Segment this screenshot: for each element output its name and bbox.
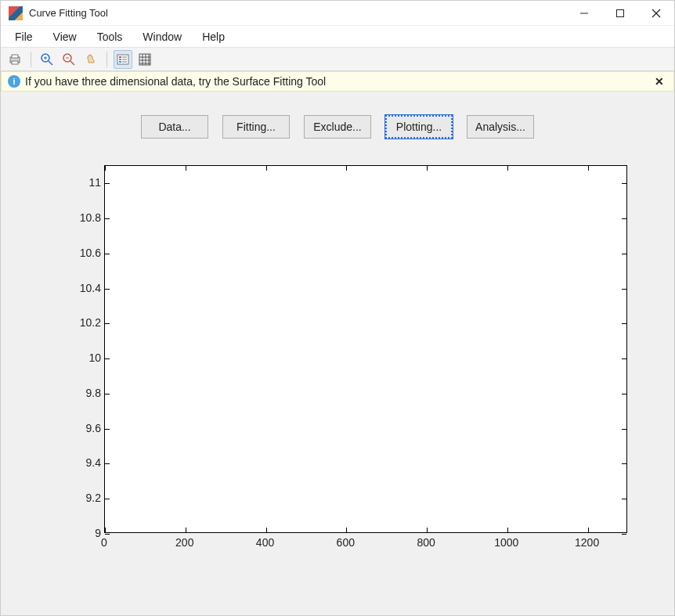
menu-bar: File View Tools Window Help — [1, 26, 674, 48]
exclude-button[interactable]: Exclude... — [304, 115, 371, 139]
fitting-button[interactable]: Fitting... — [222, 115, 290, 139]
plot-axes[interactable]: 99.29.49.69.81010.210.410.610.8110200400… — [40, 157, 635, 564]
svg-rect-5 — [12, 55, 18, 58]
svg-rect-6 — [12, 61, 18, 64]
content-area: Data... Fitting... Exclude... Plotting..… — [1, 92, 674, 615]
x-tick-label: 1200 — [575, 536, 599, 549]
y-tick-label: 9.6 — [62, 422, 101, 434]
y-tick-label: 11 — [62, 176, 101, 189]
y-tick-label: 9 — [62, 527, 101, 539]
x-tick-label: 400 — [256, 536, 274, 549]
svg-rect-17 — [119, 61, 121, 63]
x-tick-label: 0 — [101, 536, 107, 549]
svg-line-8 — [49, 61, 52, 65]
menu-window[interactable]: Window — [133, 27, 191, 46]
info-banner-close-button[interactable]: ✕ — [652, 75, 667, 88]
svg-rect-1 — [617, 9, 624, 16]
data-button[interactable]: Data... — [141, 115, 208, 139]
x-tick-label: 600 — [337, 536, 355, 549]
info-banner-text: If you have three dimensional data, try … — [25, 75, 326, 88]
svg-line-12 — [70, 61, 74, 65]
action-button-row: Data... Fitting... Exclude... Plotting..… — [1, 92, 674, 157]
y-tick-label: 9.4 — [62, 456, 101, 469]
toolbar-separator — [106, 52, 107, 67]
svg-rect-16 — [119, 59, 121, 60]
y-tick-label: 10.8 — [62, 211, 101, 224]
y-tick-label: 9.8 — [62, 387, 101, 399]
toolbar — [1, 48, 674, 71]
y-tick-label: 10.2 — [62, 316, 101, 329]
pan-button[interactable] — [81, 50, 100, 69]
analysis-button[interactable]: Analysis... — [467, 115, 534, 139]
menu-tools[interactable]: Tools — [88, 27, 132, 46]
info-icon: i — [8, 75, 20, 88]
y-tick-label: 10.6 — [62, 247, 101, 259]
minimize-button[interactable] — [566, 1, 602, 25]
legend-toggle-button[interactable] — [114, 50, 132, 69]
menu-file[interactable]: File — [5, 27, 42, 46]
maximize-button[interactable] — [602, 1, 638, 25]
toolbar-separator — [31, 52, 31, 67]
x-tick-label: 800 — [417, 536, 435, 549]
zoom-in-button[interactable] — [38, 50, 56, 69]
print-button[interactable] — [5, 50, 24, 69]
title-bar: Curve Fitting Tool — [1, 1, 674, 26]
y-tick-label: 10.4 — [62, 282, 101, 294]
window-title: Curve Fitting Tool — [29, 7, 108, 19]
menu-help[interactable]: Help — [193, 27, 234, 46]
plotting-button[interactable]: Plotting... — [385, 115, 453, 139]
svg-rect-15 — [119, 56, 121, 58]
y-tick-label: 10 — [62, 351, 101, 364]
info-banner: i If you have three dimensional data, tr… — [1, 71, 674, 92]
y-tick-label: 9.2 — [62, 492, 101, 504]
x-tick-label: 1000 — [494, 536, 518, 549]
grid-toggle-button[interactable] — [135, 50, 154, 69]
zoom-out-button[interactable] — [60, 50, 78, 69]
close-button[interactable] — [638, 1, 674, 25]
menu-view[interactable]: View — [44, 27, 86, 46]
x-tick-label: 200 — [175, 536, 193, 549]
app-icon — [9, 6, 23, 20]
